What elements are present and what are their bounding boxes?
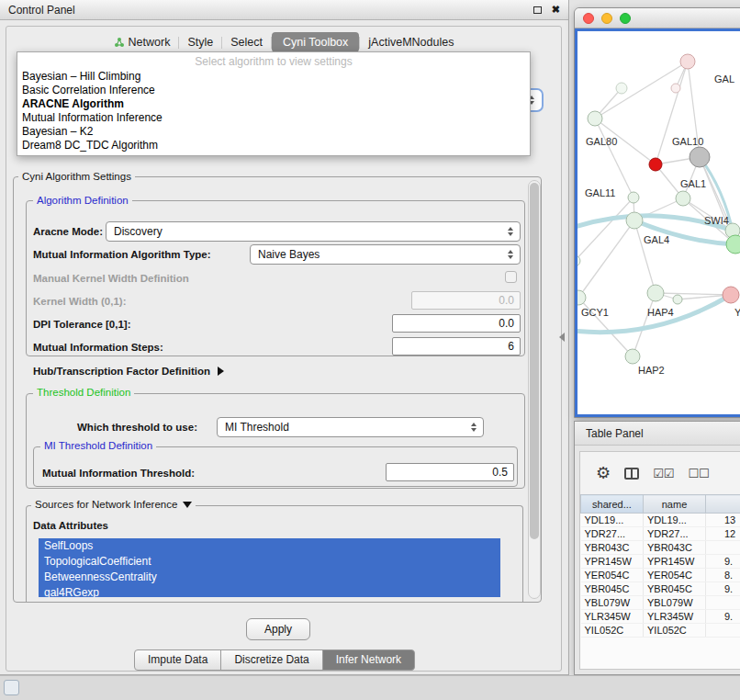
table-cell[interactable]: YDR27...: [644, 527, 706, 541]
table-row[interactable]: YER054CYER054C8.: [581, 569, 740, 582]
table-cell[interactable]: YDL19...: [644, 514, 706, 527]
attribute-item-selected[interactable]: SelfLoops: [39, 538, 500, 554]
taskbar-window-icon[interactable]: [4, 680, 19, 695]
table-cell[interactable]: YIL052C: [581, 624, 644, 638]
network-node[interactable]: [577, 255, 580, 266]
popup-item-selected[interactable]: ARACNE Algorithm: [17, 97, 530, 111]
table-settings-gear-icon[interactable]: ⚙: [596, 465, 611, 481]
network-node[interactable]: [626, 212, 643, 229]
network-node[interactable]: [616, 83, 627, 94]
zoom-traffic-light[interactable]: [620, 13, 631, 24]
tab-impute-data[interactable]: Impute Data: [134, 649, 221, 671]
close-traffic-light[interactable]: [583, 13, 594, 24]
table-row[interactable]: YBL079WYBL079W: [581, 596, 740, 610]
network-edge[interactable]: [578, 220, 634, 298]
manual-kernel-checkbox[interactable]: [505, 271, 517, 283]
network-edge[interactable]: [577, 198, 633, 261]
popup-item[interactable]: Dream8 DC_TDC Algorithm: [17, 139, 530, 152]
tab-discretize-data[interactable]: Discretize Data: [220, 649, 322, 671]
table-cell[interactable]: YIL052C: [644, 624, 706, 638]
popup-item[interactable]: Basic Correlation Inference: [17, 84, 530, 97]
table-row[interactable]: YPR145WYPR145W9.: [581, 555, 740, 569]
table-row[interactable]: YBR045CYBR045C9.: [581, 582, 740, 596]
table-row[interactable]: YLR345WYLR345W9.: [581, 610, 740, 624]
table-cell[interactable]: YLR345W: [644, 610, 706, 624]
tab-cyni-toolbox[interactable]: Cyni Toolbox: [272, 32, 359, 52]
network-edge[interactable]: [656, 293, 731, 295]
table-cell[interactable]: YBL079W: [644, 596, 706, 610]
which-threshold-select[interactable]: MI Threshold: [217, 417, 484, 437]
table-cell[interactable]: YPR145W: [581, 555, 644, 569]
network-node[interactable]: [690, 147, 710, 167]
table-cell[interactable]: YER054C: [581, 569, 644, 582]
network-node[interactable]: [588, 111, 602, 126]
float-window-icon[interactable]: [533, 6, 542, 14]
network-node[interactable]: [647, 285, 664, 301]
table-row[interactable]: YDL19...YDL19...13: [581, 514, 740, 527]
mi-type-select[interactable]: Naive Bayes: [250, 244, 521, 265]
table-cell[interactable]: 9.: [706, 610, 740, 624]
column-header-extra[interactable]: [706, 495, 740, 514]
mi-threshold-field[interactable]: 0.5: [386, 463, 514, 481]
network-node[interactable]: [676, 191, 690, 206]
network-node[interactable]: [726, 235, 740, 254]
popup-item[interactable]: Mutual Information Inference: [17, 111, 530, 125]
settings-scrollbar[interactable]: [528, 180, 541, 599]
popup-item[interactable]: Bayesian – Hill Climbing: [17, 70, 530, 84]
column-header-shared-name[interactable]: shared...: [581, 495, 644, 514]
hub-definition-expander[interactable]: Hub/Transcription Factor Definition: [33, 366, 224, 377]
table-cell[interactable]: [706, 596, 740, 610]
table-cell[interactable]: 8.: [706, 569, 740, 582]
close-window-icon[interactable]: ✖: [552, 5, 560, 15]
network-edge[interactable]: [634, 220, 656, 293]
table-cell[interactable]: [706, 541, 740, 555]
mi-steps-field[interactable]: 6: [392, 337, 521, 356]
table-row[interactable]: YDR27...YDR27...12: [581, 527, 740, 541]
table-cell[interactable]: 12: [706, 527, 740, 541]
column-header-name[interactable]: name: [644, 495, 706, 514]
table-cell[interactable]: YDL19...: [581, 514, 644, 527]
panel-splitter-collapse-icon[interactable]: [559, 333, 565, 342]
table-cell[interactable]: 9.: [706, 555, 740, 569]
table-cell[interactable]: YBR045C: [581, 582, 644, 596]
table-cell[interactable]: YER054C: [644, 569, 706, 582]
table-cell[interactable]: YPR145W: [644, 555, 706, 569]
table-row[interactable]: YBR043CYBR043C: [581, 541, 740, 555]
deselect-all-columns-icon[interactable]: ☐☐: [688, 467, 709, 480]
table-cell[interactable]: YLR345W: [581, 610, 644, 624]
network-node[interactable]: [625, 349, 640, 364]
sources-expander[interactable]: Sources for Network Inference: [31, 499, 196, 510]
table-cell[interactable]: YBL079W: [581, 596, 644, 610]
minimize-traffic-light[interactable]: [601, 13, 612, 24]
attribute-item-selected[interactable]: BetweennessCentrality: [39, 570, 500, 585]
network-edge[interactable]: [656, 62, 688, 164]
popup-item[interactable]: Bayesian – K2: [17, 125, 530, 139]
network-node[interactable]: [673, 295, 682, 304]
table-cell[interactable]: 9.: [706, 582, 740, 596]
network-node[interactable]: [680, 54, 695, 69]
tab-jactivemnodules[interactable]: jActiveMNodules: [360, 32, 462, 52]
network-edge[interactable]: [595, 119, 633, 198]
table-cell[interactable]: [706, 624, 740, 638]
show-columns-icon[interactable]: [624, 468, 639, 480]
kernel-width-field[interactable]: 0.0: [411, 291, 521, 310]
attribute-item-selected[interactable]: TopologicalCoefficient: [39, 554, 500, 570]
table-row[interactable]: YIL052CYIL052C: [581, 624, 740, 638]
network-canvas[interactable]: GALGAL80GAL10GAL11GAL1SWI4GAL4GCY1HAP4HA…: [577, 31, 740, 414]
attribute-item-selected[interactable]: gal4RGexp: [39, 585, 500, 597]
tab-network[interactable]: Network: [106, 32, 179, 52]
select-all-columns-icon[interactable]: ☑☑: [653, 467, 674, 480]
network-node[interactable]: [723, 287, 739, 303]
dpi-tolerance-field[interactable]: 0.0: [392, 314, 521, 333]
table-cell[interactable]: YDR27...: [581, 527, 644, 541]
tab-style[interactable]: Style: [179, 32, 221, 52]
tab-infer-network[interactable]: Infer Network: [322, 649, 415, 671]
table-cell[interactable]: 13: [706, 514, 740, 527]
settings-scrollbar-thumb[interactable]: [530, 183, 539, 539]
table-cell[interactable]: YBR043C: [581, 541, 644, 555]
tab-select[interactable]: Select: [222, 32, 271, 52]
network-node[interactable]: [671, 84, 680, 93]
aracne-mode-select[interactable]: Discovery: [106, 221, 521, 242]
network-node[interactable]: [577, 290, 586, 305]
apply-button[interactable]: Apply: [246, 618, 310, 640]
